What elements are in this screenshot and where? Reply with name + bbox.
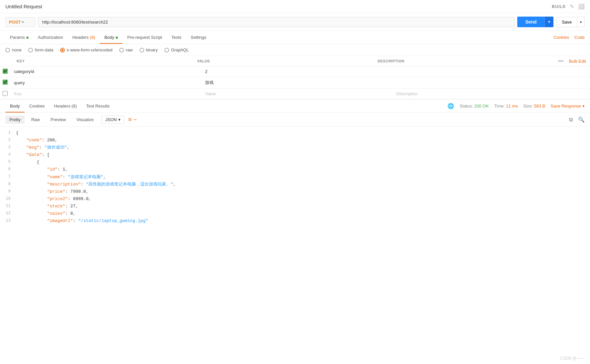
save-button[interactable]: Save	[556, 17, 577, 27]
params-dot	[26, 36, 29, 39]
json-line: 3 "msg": "操作成功",	[0, 144, 590, 151]
row1-checkbox[interactable]	[3, 69, 8, 74]
fmt-tab-visualize[interactable]: Visualize	[72, 115, 98, 124]
tab-tests[interactable]: Tests	[167, 31, 186, 44]
radio-form-data[interactable]: form-data	[28, 47, 53, 52]
size-value: 583 B	[534, 104, 545, 109]
send-dropdown-button[interactable]: ▾	[544, 17, 553, 27]
radio-binary-circle	[140, 48, 144, 52]
radio-binary[interactable]: binary	[140, 47, 158, 52]
right-links: Cookies Code	[553, 31, 585, 44]
empty-key[interactable]: Key	[13, 90, 204, 98]
row2-checkbox[interactable]	[3, 80, 8, 85]
table-header-row: KEY VALUE DESCRIPTION ••• Bulk Edit	[0, 56, 590, 66]
copy-icon[interactable]: ⧉	[569, 117, 573, 123]
tab-authorization[interactable]: Authorization	[33, 31, 68, 44]
build-label: BUILD	[552, 4, 566, 9]
radio-graphql-circle	[164, 48, 169, 52]
top-bar: Untitled Request BUILD ✎ ⬜	[0, 0, 590, 13]
radio-form-data-circle	[28, 48, 33, 52]
radio-none-circle	[5, 48, 10, 52]
save-response-button[interactable]: Save Response ▾	[550, 104, 585, 109]
save-btn-group: Save ▾	[556, 17, 585, 27]
col-key-header: KEY	[17, 59, 197, 63]
json-line: 11 "stock": 27,	[0, 203, 590, 210]
empty-checkbox[interactable]	[3, 91, 8, 96]
row1-key[interactable]: categoryId	[13, 68, 204, 75]
top-bar-actions: BUILD ✎ ⬜	[552, 3, 585, 10]
row2-checkbox-cell	[3, 80, 13, 86]
send-button[interactable]: Send	[517, 17, 544, 27]
search-icon[interactable]: 🔍	[578, 116, 585, 123]
status-value: 200 OK	[474, 104, 489, 109]
radio-urlencoded[interactable]: x-www-form-urlencoded	[60, 47, 113, 52]
resp-tab-cookies[interactable]: Cookies	[25, 100, 49, 112]
headers-badge: (9)	[90, 35, 95, 40]
edit-icon[interactable]: ✎	[570, 3, 574, 10]
method-label: POST	[9, 20, 21, 25]
resp-tab-test-results[interactable]: Test Results	[81, 100, 114, 112]
method-chevron-icon: ▾	[22, 20, 24, 24]
cookies-link[interactable]: Cookies	[553, 31, 569, 44]
time-label: Time: 11 ms	[494, 104, 518, 109]
json-line: 6 "id": 1,	[0, 166, 590, 173]
json-format-chevron-icon: ▾	[118, 117, 121, 122]
radio-graphql[interactable]: GraphQL	[164, 47, 189, 52]
more-options-icon[interactable]: •••	[558, 58, 564, 64]
save-file-icon[interactable]: ⬜	[578, 3, 585, 10]
radio-raw-circle	[119, 48, 124, 52]
body-dot	[116, 36, 118, 39]
code-link[interactable]: Code	[574, 31, 585, 44]
globe-icon[interactable]: 🌐	[447, 103, 454, 109]
tab-params[interactable]: Params	[5, 31, 33, 44]
wrap-text-icon[interactable]: ≡→	[128, 116, 138, 123]
bulk-edit-button[interactable]: Bulk Edit	[569, 59, 586, 64]
radio-none[interactable]: none	[5, 47, 22, 52]
col-val-header: VALUE	[197, 59, 377, 63]
resp-tab-body[interactable]: Body	[5, 100, 25, 112]
tab-body[interactable]: Body	[100, 31, 123, 44]
fmt-tab-pretty[interactable]: Pretty	[5, 115, 25, 124]
json-line: 12 "sales": 8,	[0, 210, 590, 217]
table-actions: ••• Bulk Edit	[558, 58, 586, 64]
resp-tab-headers[interactable]: Headers (8)	[49, 100, 82, 112]
status-label: Status: 200 OK	[459, 104, 489, 109]
tab-headers[interactable]: Headers (9)	[68, 31, 100, 44]
url-bar: POST ▾ Send ▾ Save ▾	[0, 13, 590, 31]
row2-value[interactable]: 游戏	[204, 78, 395, 87]
radio-urlencoded-circle	[60, 48, 65, 52]
json-line: 13 "imageUrl": "/static/laptop_gaming.jp…	[0, 217, 590, 225]
tab-settings[interactable]: Settings	[186, 31, 211, 44]
method-select[interactable]: POST ▾	[5, 17, 35, 27]
row1-description[interactable]	[395, 70, 586, 73]
json-response-view: 1{2 "code": 200,3 "msg": "操作成功",4 "data"…	[0, 127, 590, 227]
row1-checkbox-cell	[3, 69, 13, 75]
row1-value[interactable]: 2	[204, 68, 395, 75]
size-label: Size: 583 B	[523, 104, 545, 109]
json-format-select[interactable]: JSON ▾	[102, 115, 124, 124]
body-type-bar: none form-data x-www-form-urlencoded raw…	[0, 44, 590, 56]
tab-pre-request[interactable]: Pre-request Script	[123, 31, 167, 44]
save-response-chevron-icon: ▾	[582, 104, 585, 109]
row2-key[interactable]: query	[13, 79, 204, 87]
send-btn-group: Send ▾	[517, 17, 553, 27]
table-row: Key Value Description	[0, 89, 590, 99]
empty-value[interactable]: Value	[204, 90, 395, 98]
save-dropdown-button[interactable]: ▾	[577, 17, 585, 27]
json-line: 10 "price2": 8999.0,	[0, 195, 590, 203]
fmt-tab-preview[interactable]: Preview	[47, 115, 70, 124]
row2-description[interactable]	[395, 81, 586, 84]
table-row: query 游戏	[0, 77, 590, 89]
json-line: 5 {	[0, 159, 590, 166]
params-table: KEY VALUE DESCRIPTION ••• Bulk Edit cate…	[0, 56, 590, 99]
format-bar: Pretty Raw Preview Visualize JSON ▾ ≡→ ⧉…	[0, 113, 590, 127]
json-line: 7 "name": "游戏笔记本电脑",	[0, 174, 590, 181]
radio-raw[interactable]: raw	[119, 47, 133, 52]
response-status-bar: 🌐 Status: 200 OK Time: 11 ms Size: 583 B…	[447, 103, 585, 109]
json-line: 4 "data": [	[0, 151, 590, 159]
fmt-tab-raw[interactable]: Raw	[27, 115, 44, 124]
empty-description[interactable]: Description	[395, 90, 586, 98]
request-tabs: Params Authorization Headers (9) Body Pr…	[0, 31, 590, 44]
url-input[interactable]	[38, 17, 515, 27]
json-line: 9 "price": 7999.0,	[0, 188, 590, 195]
